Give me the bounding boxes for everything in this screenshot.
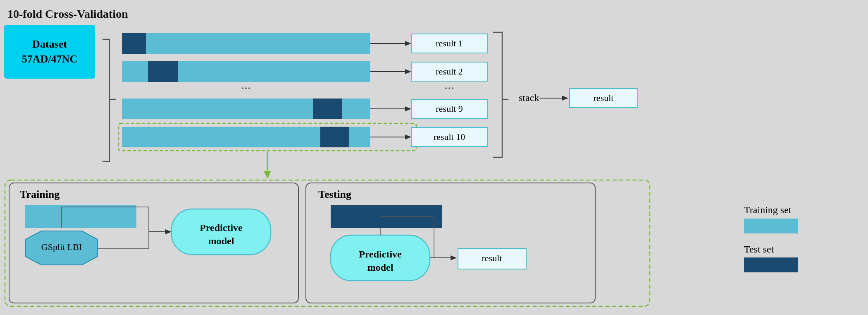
svg-marker-33 bbox=[264, 171, 271, 179]
svg-text:Test set: Test set bbox=[744, 244, 774, 255]
svg-text:result 9: result 9 bbox=[436, 103, 463, 114]
svg-marker-3 bbox=[405, 41, 411, 46]
diagram-svg: result 1 result 2 ··· ··· result 9 resul… bbox=[0, 0, 868, 315]
svg-marker-59 bbox=[451, 255, 457, 260]
svg-text:model: model bbox=[367, 262, 393, 273]
svg-text:Predictive: Predictive bbox=[200, 222, 243, 233]
svg-text:model: model bbox=[208, 236, 234, 246]
svg-text:result 1: result 1 bbox=[436, 38, 463, 48]
svg-rect-0 bbox=[122, 33, 370, 54]
svg-marker-17 bbox=[405, 106, 411, 111]
svg-text:stack: stack bbox=[519, 92, 539, 103]
svg-text:Testing: Testing bbox=[318, 188, 351, 200]
svg-marker-24 bbox=[405, 135, 411, 139]
svg-rect-21 bbox=[320, 127, 349, 147]
svg-text:Training: Training bbox=[20, 188, 60, 200]
svg-rect-1 bbox=[122, 33, 146, 54]
svg-rect-15 bbox=[313, 99, 342, 119]
svg-text:GSplit LBI: GSplit LBI bbox=[41, 242, 82, 252]
svg-text:result: result bbox=[482, 253, 502, 263]
svg-rect-7 bbox=[148, 61, 178, 82]
svg-text:···: ··· bbox=[241, 81, 251, 96]
svg-text:result 2: result 2 bbox=[436, 66, 463, 77]
svg-text:···: ··· bbox=[444, 81, 454, 96]
svg-text:result: result bbox=[594, 93, 614, 103]
svg-text:Training set: Training set bbox=[744, 204, 792, 215]
svg-marker-29 bbox=[562, 96, 568, 101]
svg-marker-9 bbox=[405, 69, 411, 74]
svg-text:result 10: result 10 bbox=[434, 132, 465, 142]
svg-rect-63 bbox=[744, 219, 798, 233]
svg-rect-65 bbox=[744, 257, 798, 272]
svg-rect-37 bbox=[25, 205, 136, 228]
svg-text:Predictive: Predictive bbox=[359, 249, 402, 260]
svg-marker-45 bbox=[165, 229, 172, 234]
